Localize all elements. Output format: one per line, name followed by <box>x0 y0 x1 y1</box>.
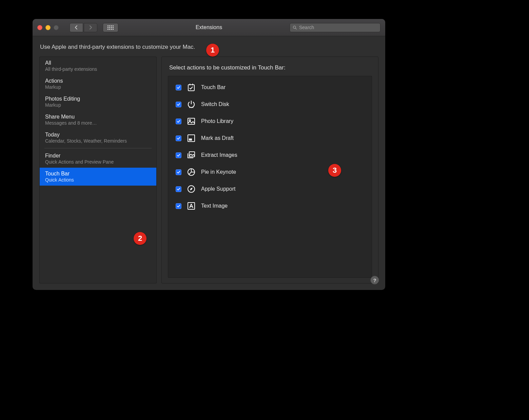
svg-line-1 <box>295 28 296 29</box>
help-button[interactable]: ? <box>370 276 379 285</box>
sidebar-item-sub: Quick Actions <box>45 177 151 183</box>
list-item-label: Pie in Keynote <box>201 169 236 175</box>
pie-chart-icon <box>187 168 196 176</box>
svg-point-3 <box>189 107 190 108</box>
list-item-label: Switch Disk <box>201 101 229 107</box>
window-title: Extensions <box>196 24 222 30</box>
svg-rect-10 <box>189 152 195 157</box>
checkbox[interactable] <box>176 102 181 107</box>
sidebar-item-share-menu[interactable]: Share Menu Messages and 8 more… <box>40 111 156 129</box>
close-window-button[interactable] <box>37 25 42 30</box>
list-item-label: Extract Images <box>201 152 237 158</box>
search-input[interactable]: Search <box>290 23 380 32</box>
split-panes: All All third-party extensions Actions M… <box>39 57 378 284</box>
sidebar-item-touch-bar[interactable]: Touch Bar Quick Actions <box>40 168 156 186</box>
sidebar-item-label: Today <box>45 132 151 138</box>
sidebar-item-label: Touch Bar <box>45 171 151 177</box>
sidebar-item-sub: Quick Actions and Preview Pane <box>45 159 151 165</box>
checkbox[interactable] <box>176 186 181 192</box>
checkbox[interactable] <box>176 135 181 141</box>
sidebar-item-label: Finder <box>45 153 151 159</box>
sidebar-item-today[interactable]: Today Calendar, Stocks, Weather, Reminde… <box>40 129 156 147</box>
list-item-label: Mark as Draft <box>201 135 234 141</box>
search-icon <box>293 25 297 30</box>
forward-button <box>84 23 97 32</box>
sidebar-item-photos-editing[interactable]: Photos Editing Markup <box>40 93 156 111</box>
sidebar-item-label: Photos Editing <box>45 96 151 102</box>
svg-point-7 <box>189 120 191 121</box>
document-icon <box>187 134 196 143</box>
titlebar: Extensions Search <box>33 19 385 36</box>
power-icon <box>187 100 196 109</box>
list-item-label: Text Image <box>201 203 228 209</box>
sidebar-item-all[interactable]: All All third-party extensions <box>40 57 156 75</box>
annotation-callout-3: 3 <box>328 164 341 177</box>
text-image-icon <box>187 202 196 210</box>
grid-icon <box>107 25 114 30</box>
sidebar-item-actions[interactable]: Actions Markup <box>40 75 156 93</box>
list-item: Extract Images <box>168 147 372 164</box>
sidebar-item-finder[interactable]: Finder Quick Actions and Preview Pane <box>40 150 156 168</box>
sidebar-item-sub: Markup <box>45 84 151 90</box>
compass-icon <box>187 185 196 193</box>
traffic-lights <box>37 25 59 30</box>
actions-list: Touch Bar Switch Disk <box>168 76 372 278</box>
list-item: Switch Disk <box>168 96 372 113</box>
panel-heading: Select actions to be customized in Touch… <box>169 64 371 71</box>
zoom-window-button <box>54 25 59 30</box>
svg-rect-13 <box>188 203 195 209</box>
list-item-label: Touch Bar <box>201 84 226 90</box>
list-item-label: Photo Library <box>201 118 233 124</box>
preferences-window: Extensions Search Use Apple and third-pa… <box>33 19 385 290</box>
list-item: Photo Library <box>168 113 372 130</box>
sidebar-item-label: Share Menu <box>45 114 151 120</box>
photos-stack-icon <box>187 151 196 160</box>
sidebar-item-sub: All third-party extensions <box>45 66 151 72</box>
window-body: Use Apple and third-party extensions to … <box>33 36 385 290</box>
svg-rect-2 <box>188 85 194 91</box>
checkbox[interactable] <box>176 169 181 175</box>
sidebar-item-sub: Markup <box>45 102 151 108</box>
svg-rect-9 <box>189 139 192 141</box>
photo-icon <box>187 117 196 126</box>
list-item: Text Image <box>168 197 372 214</box>
back-button[interactable] <box>70 23 83 32</box>
sidebar-item-sub: Calendar, Stocks, Weather, Reminders <box>45 138 151 144</box>
sidebar-item-sub: Messages and 8 more… <box>45 120 151 126</box>
sidebar-item-label: All <box>45 60 151 66</box>
touch-bar-icon <box>187 83 196 92</box>
sidebar-divider <box>44 148 152 148</box>
list-item: Touch Bar <box>168 79 372 96</box>
checkbox[interactable] <box>176 152 181 158</box>
sidebar-item-label: Actions <box>45 78 151 84</box>
annotation-callout-1: 1 <box>206 44 219 57</box>
list-item: Apple Support <box>168 181 372 197</box>
checkbox[interactable] <box>176 119 181 124</box>
nav-buttons <box>70 23 97 32</box>
checkbox[interactable] <box>176 85 181 90</box>
sidebar: All All third-party extensions Actions M… <box>39 57 157 284</box>
list-item-label: Apple Support <box>201 186 235 192</box>
list-item: Pie in Keynote <box>168 164 372 181</box>
main-panel: Select actions to be customized in Touch… <box>161 57 378 284</box>
svg-rect-6 <box>188 118 195 124</box>
minimize-window-button[interactable] <box>45 25 51 30</box>
svg-point-5 <box>193 107 193 108</box>
checkbox[interactable] <box>176 203 181 209</box>
show-all-button[interactable] <box>103 23 118 32</box>
svg-point-4 <box>191 107 192 108</box>
list-item: Mark as Draft <box>168 130 372 147</box>
annotation-callout-2: 2 <box>134 232 146 245</box>
search-placeholder: Search <box>299 25 314 30</box>
